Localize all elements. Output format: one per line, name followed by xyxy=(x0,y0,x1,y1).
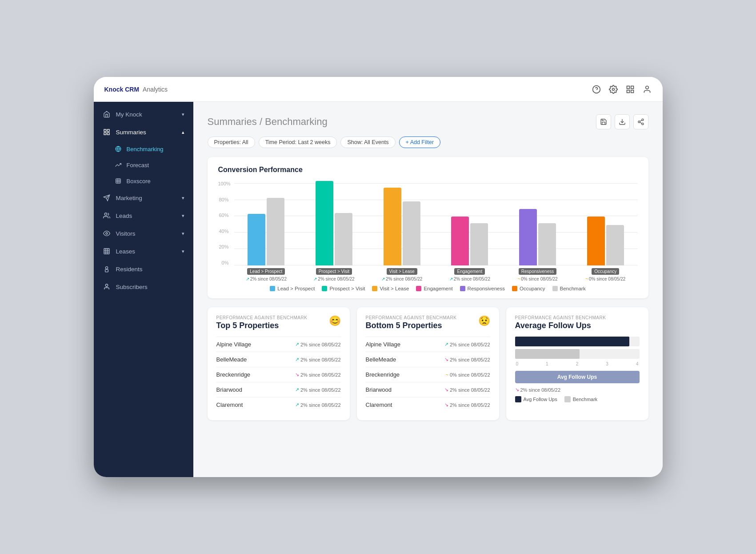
bottom5-title: Bottom 5 Properties xyxy=(366,321,457,330)
cat-label-lead-prospect: Lead > Prospect xyxy=(247,268,285,275)
sidebar-item-subscribers[interactable]: Subscribers xyxy=(94,278,193,296)
filter-row: Properties: All Time Period: Last 2 week… xyxy=(208,136,648,148)
filter-events[interactable]: Show: All Events xyxy=(340,136,395,148)
save-button[interactable] xyxy=(596,114,611,129)
list-item: Briarwood ↗2% since 08/05/22 xyxy=(216,382,341,397)
chevron-down-icon: ▾ xyxy=(182,213,184,219)
cat-label-prospect-visit: Prospect > Visit xyxy=(316,268,352,275)
sidebar-subitem-boxscore[interactable]: Boxscore xyxy=(94,173,193,189)
top5-perf-label: PERFORMANCE AGAINST BENCHMARK xyxy=(216,315,308,320)
chart-legend: Lead > Prospect Prospect > Visit Visit >… xyxy=(218,286,638,291)
svg-rect-8 xyxy=(104,129,106,132)
svg-rect-27 xyxy=(105,269,108,272)
avg-since: ↘ 2% since 08/05/22 xyxy=(515,387,640,393)
since-lead-prospect: ↗2% since 08/05/22 xyxy=(234,277,299,281)
app-name: Knock CRM xyxy=(104,86,140,93)
svg-point-33 xyxy=(638,121,640,123)
trend-icon xyxy=(114,161,122,169)
sidebar-item-label: Residents xyxy=(116,266,143,273)
svg-rect-3 xyxy=(627,86,629,88)
legend-avg-followups: Avg Follow Ups xyxy=(515,396,557,402)
svg-line-36 xyxy=(640,120,642,121)
download-button[interactable] xyxy=(615,114,630,129)
list-item: BelleMeade ↘2% since 08/05/22 xyxy=(366,352,490,367)
sidebar-item-leases[interactable]: Leases ▾ xyxy=(94,242,193,260)
avg-perf-label: PERFORMANCE AGAINST BENCHMARK xyxy=(515,315,606,320)
settings-icon[interactable] xyxy=(608,84,618,94)
grid-icon[interactable] xyxy=(625,84,635,94)
sidebar-item-marketing[interactable]: Marketing ▾ xyxy=(94,189,193,207)
chevron-up-icon: ▴ xyxy=(182,129,184,135)
sidebar-item-label: Leases xyxy=(116,248,136,255)
legend-benchmark: Benchmark xyxy=(552,286,586,291)
filter-properties[interactable]: Properties: All xyxy=(208,136,255,148)
sad-icon: 😟 xyxy=(478,315,490,327)
summaries-icon xyxy=(103,128,111,136)
visitors-icon xyxy=(103,229,111,237)
cat-label-occupancy: Occupancy xyxy=(592,268,619,275)
bar-group-lead-prospect xyxy=(234,181,299,265)
sidebar-item-summaries[interactable]: Summaries ▴ xyxy=(94,123,193,141)
top5-list: Alpine Village ↗2% since 08/05/22 BelleM… xyxy=(216,337,341,412)
list-item: Claremont ↗2% since 08/05/22 xyxy=(216,397,341,412)
sidebar-item-label: Summaries xyxy=(116,129,146,136)
bottom-cards: PERFORMANCE AGAINST BENCHMARK Top 5 Prop… xyxy=(208,307,648,420)
svg-line-35 xyxy=(640,122,642,124)
svg-point-32 xyxy=(642,119,644,120)
since-visit-lease: ↗2% since 08/05/22 xyxy=(370,277,434,281)
page-header: Summaries / Benchmarking xyxy=(208,114,648,129)
share-button[interactable] xyxy=(633,114,648,129)
avg-legend: Avg Follow Ups Benchmark xyxy=(515,396,640,402)
avg-followups-card: PERFORMANCE AGAINST BENCHMARK Average Fo… xyxy=(506,307,648,420)
bar-group-visit-lease xyxy=(370,181,434,265)
device-frame: Knock CRM Analytics xyxy=(94,77,663,477)
sidebar: My Knock ▾ Summaries ▴ Benchmarking xyxy=(94,102,193,477)
megaphone-icon xyxy=(103,194,111,202)
sidebar-item-residents[interactable]: Residents xyxy=(94,260,193,278)
sidebar-item-visitors[interactable]: Visitors ▾ xyxy=(94,225,193,242)
badge-icon xyxy=(103,265,111,273)
bottom5-card: PERFORMANCE AGAINST BENCHMARK Bottom 5 P… xyxy=(357,307,499,420)
legend-lead-prospect: Lead > Prospect xyxy=(270,286,315,291)
list-item: Claremont ↘2% since 08/05/22 xyxy=(366,397,490,412)
sidebar-subitem-forecast[interactable]: Forecast xyxy=(94,157,193,173)
legend-prospect-visit: Prospect > Visit xyxy=(322,286,365,291)
add-filter-button[interactable]: + Add Filter xyxy=(399,136,441,148)
list-item: Breckenridge ↘2% since 08/05/22 xyxy=(216,367,341,382)
since-prospect-visit: ↗2% since 08/05/22 xyxy=(302,277,366,281)
chevron-down-icon: ▾ xyxy=(182,249,184,254)
since-occupancy: ~0% since 08/05/22 xyxy=(573,277,638,281)
chart-icon xyxy=(114,177,122,185)
svg-point-2 xyxy=(612,88,614,90)
top5-title: Top 5 Properties xyxy=(216,321,308,330)
sidebar-item-label: Marketing xyxy=(116,195,142,201)
list-item: Briarwood ↘2% since 08/05/22 xyxy=(366,382,490,397)
svg-rect-6 xyxy=(631,90,633,92)
svg-point-26 xyxy=(105,267,108,269)
list-item: BelleMeade ↗2% since 08/05/22 xyxy=(216,352,341,367)
svg-rect-4 xyxy=(631,86,633,88)
content-area: Summaries / Benchmarking xyxy=(193,102,663,477)
legend-engagement: Engagement xyxy=(416,286,452,291)
top5-card: PERFORMANCE AGAINST BENCHMARK Top 5 Prop… xyxy=(208,307,350,420)
chart-title: Conversion Performance xyxy=(218,166,638,174)
subitem-label: Benchmarking xyxy=(127,146,164,153)
svg-rect-11 xyxy=(107,132,109,135)
sidebar-item-leads[interactable]: Leads ▾ xyxy=(94,207,193,225)
since-responsiveness: ~0% since 08/05/22 xyxy=(505,277,570,281)
subitem-label: Forecast xyxy=(127,162,149,169)
cat-label-engagement: Engagement xyxy=(454,268,485,275)
user-icon[interactable] xyxy=(642,84,652,94)
svg-rect-5 xyxy=(627,90,629,92)
help-icon[interactable] xyxy=(592,84,601,94)
header-actions xyxy=(596,114,648,129)
svg-point-19 xyxy=(104,213,107,215)
bar-group-occupancy xyxy=(573,181,638,265)
globe-icon xyxy=(114,145,122,153)
sidebar-item-label: Subscribers xyxy=(116,284,148,290)
sidebar-item-my-knock[interactable]: My Knock ▾ xyxy=(94,105,193,123)
filter-time-period[interactable]: Time Period: Last 2 weeks xyxy=(259,136,337,148)
chevron-down-icon: ▾ xyxy=(182,195,184,201)
sidebar-subitem-benchmarking[interactable]: Benchmarking xyxy=(94,141,193,157)
list-item: Alpine Village ↗2% since 08/05/22 xyxy=(366,337,490,352)
